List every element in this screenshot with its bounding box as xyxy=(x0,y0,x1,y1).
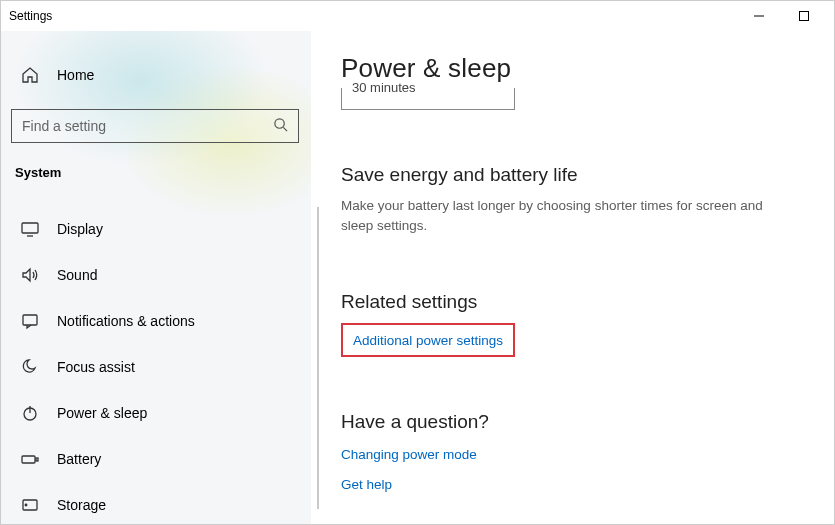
battery-icon xyxy=(21,450,39,468)
titlebar: Settings xyxy=(1,1,834,31)
get-help-link[interactable]: Get help xyxy=(341,477,808,492)
sidebar-item-label: Focus assist xyxy=(57,359,135,375)
svg-point-2 xyxy=(275,118,284,127)
sidebar-item-label: Sound xyxy=(57,267,97,283)
search-input[interactable] xyxy=(22,118,273,134)
settings-window: Settings Home xyxy=(0,0,835,525)
save-energy-desc: Make your battery last longer by choosin… xyxy=(341,196,771,237)
power-icon xyxy=(21,404,39,422)
svg-rect-4 xyxy=(22,223,38,233)
sidebar-item-label: Display xyxy=(57,221,103,237)
svg-rect-9 xyxy=(22,456,35,463)
sidebar-item-storage[interactable]: Storage xyxy=(11,482,301,524)
sidebar-category: System xyxy=(11,165,301,180)
sound-icon xyxy=(21,266,39,284)
sidebar-item-focus-assist[interactable]: Focus assist xyxy=(11,344,301,390)
changing-power-mode-link[interactable]: Changing power mode xyxy=(341,447,477,462)
sidebar-item-power-sleep[interactable]: Power & sleep xyxy=(11,390,301,436)
sidebar-home-label: Home xyxy=(57,67,94,83)
question-section: Have a question? Changing power mode Get… xyxy=(341,411,808,492)
svg-point-12 xyxy=(25,504,27,506)
highlight-annotation: Additional power settings xyxy=(341,323,515,357)
save-energy-title: Save energy and battery life xyxy=(341,164,808,186)
sidebar-item-display[interactable]: Display xyxy=(11,206,301,252)
window-controls xyxy=(736,1,826,31)
search-icon xyxy=(273,117,288,136)
dropdown-value: 30 minutes xyxy=(352,80,416,95)
sidebar-item-notifications[interactable]: Notifications & actions xyxy=(11,298,301,344)
additional-power-settings-link[interactable]: Additional power settings xyxy=(353,333,503,348)
maximize-button[interactable] xyxy=(781,1,826,31)
search-input-wrap[interactable] xyxy=(11,109,299,143)
sidebar-item-label: Notifications & actions xyxy=(57,313,195,329)
minimize-button[interactable] xyxy=(736,1,781,31)
sidebar-item-sound[interactable]: Sound xyxy=(11,252,301,298)
sidebar-item-label: Storage xyxy=(57,497,106,513)
svg-rect-1 xyxy=(799,12,808,21)
focus-assist-icon xyxy=(21,358,39,376)
related-settings-title: Related settings xyxy=(341,291,808,313)
related-settings-section: Related settings Additional power settin… xyxy=(341,291,808,357)
svg-rect-6 xyxy=(23,315,37,325)
notifications-icon xyxy=(21,312,39,330)
sidebar-item-label: Battery xyxy=(57,451,101,467)
sidebar-item-label: Power & sleep xyxy=(57,405,147,421)
sidebar-item-battery[interactable]: Battery xyxy=(11,436,301,482)
window-title: Settings xyxy=(9,9,52,23)
storage-icon xyxy=(21,496,39,514)
home-icon xyxy=(21,66,39,84)
question-title: Have a question? xyxy=(341,411,808,433)
sleep-time-dropdown[interactable]: 30 minutes xyxy=(341,88,515,110)
sidebar-home[interactable]: Home xyxy=(11,55,301,95)
main-content: Power & sleep 30 minutes Save energy and… xyxy=(311,31,834,524)
display-icon xyxy=(21,220,39,238)
save-energy-section: Save energy and battery life Make your b… xyxy=(341,164,808,237)
sidebar: Home System Display Sound xyxy=(1,31,311,524)
svg-rect-10 xyxy=(36,458,38,461)
svg-line-3 xyxy=(283,127,287,131)
